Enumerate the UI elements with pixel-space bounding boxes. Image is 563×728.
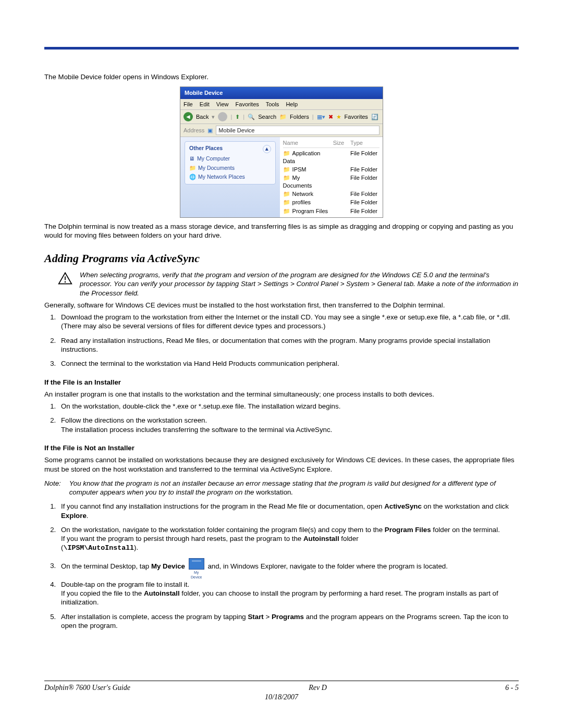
subheading-installer: If the File is an Installer — [44, 378, 519, 387]
footer-left: Dolphin® 7600 User's Guide — [44, 683, 130, 693]
menu-favorites[interactable]: Favorites — [236, 101, 259, 107]
sync-icon[interactable]: 🔄 — [371, 113, 378, 120]
back-icon[interactable]: ◄ — [183, 112, 193, 121]
col-type[interactable]: Type — [350, 139, 380, 146]
toolbar: ◄ Back ▾ | ⬆ | 🔍 Search 📁 Folders | ▦▾ ✖… — [180, 110, 383, 124]
file-row[interactable]: 📁Application DataFile Folder — [283, 149, 380, 165]
footer-date: 10/18/2007 — [44, 693, 519, 702]
side-my-documents[interactable]: 📁My Documents — [189, 165, 271, 172]
side-my-network[interactable]: 🌐My Network Places — [189, 174, 271, 181]
page-footer: Dolphin® 7600 User's Guide Rev D 6 - 5 1… — [44, 681, 519, 702]
footer-center: Rev D — [130, 683, 505, 693]
file-list: Name Size Type 📁Application DataFile Fol… — [280, 137, 383, 217]
svg-point-1 — [65, 281, 66, 283]
menu-tools[interactable]: Tools — [266, 101, 279, 107]
subheading-not-installer: If the File is Not an Installer — [44, 443, 519, 452]
address-label: Address — [183, 127, 204, 134]
col-name[interactable]: Name — [283, 139, 330, 146]
explorer-screenshot: Mobile Device File Edit View Favorites T… — [180, 87, 383, 218]
back-button[interactable]: Back — [196, 113, 209, 120]
collapse-icon[interactable]: ▴ — [263, 145, 271, 153]
steps-b: On the workstation, double-click the *.e… — [44, 402, 519, 434]
my-device-icon: My Device — [188, 558, 205, 575]
warning-icon — [58, 272, 72, 285]
folders-button[interactable]: Folders — [290, 113, 309, 120]
search-button[interactable]: Search — [258, 113, 276, 120]
section-heading: Adding Programs via ActiveSync — [44, 251, 519, 266]
sub1-text: An installer program is one that install… — [44, 390, 519, 399]
steps-c: If you cannot find any installation inst… — [44, 502, 519, 630]
col-size[interactable]: Size — [329, 139, 350, 146]
step-c2: On the workstation, navigate to the work… — [58, 525, 519, 553]
views-icon[interactable]: ▦▾ — [317, 113, 325, 120]
step-a3: Connect the terminal to the workstation … — [58, 359, 519, 368]
warning-block: When selecting programs, verify that the… — [58, 270, 519, 298]
step-c1: If you cannot find any installation inst… — [58, 502, 519, 520]
menu-edit[interactable]: Edit — [200, 101, 210, 107]
step-b2: Follow the directions on the workstation… — [58, 416, 519, 434]
delete-icon[interactable]: ✖ — [328, 113, 333, 120]
step-b1: On the workstation, double-click the *.e… — [58, 402, 519, 411]
file-row[interactable]: 📁Program FilesFile Folder — [283, 207, 380, 215]
favorites-icon[interactable]: ★ — [336, 113, 341, 120]
step-a2: Read any installation instructions, Read… — [58, 336, 519, 354]
steps-a: Download the program to the workstation … — [44, 313, 519, 368]
warning-text: When selecting programs, verify that the… — [80, 270, 519, 298]
file-row[interactable]: 📁IPSMFile Folder — [283, 165, 380, 174]
tasks-pane: Other Places ▴ 🖥My Computer 📁My Document… — [180, 137, 280, 217]
step-a1: Download the program to the workstation … — [58, 313, 519, 331]
file-row[interactable]: 📁NetworkFile Folder — [283, 190, 380, 198]
footer-right: 6 - 5 — [505, 683, 519, 693]
device-icon: ▣ — [207, 127, 213, 134]
side-my-computer[interactable]: 🖥My Computer — [189, 155, 271, 163]
address-field[interactable]: Mobile Device — [216, 126, 380, 135]
header-rule — [44, 47, 519, 50]
menu-file[interactable]: File — [183, 101, 193, 107]
menu-help[interactable]: Help — [286, 101, 298, 107]
menu-view[interactable]: View — [216, 101, 229, 107]
step-c4: Double-tap on the program file to instal… — [58, 580, 519, 607]
forward-icon[interactable] — [218, 112, 227, 121]
favorites-button[interactable]: Favorites — [345, 113, 368, 120]
file-row[interactable]: 📁profilesFile Folder — [283, 198, 380, 206]
address-bar: Address ▣ Mobile Device — [180, 124, 383, 137]
menu-bar[interactable]: File Edit View Favorites Tools Help — [180, 99, 383, 110]
note-label: Note: — [44, 479, 67, 488]
generally-para: Generally, software for Windows CE devic… — [44, 301, 519, 310]
after-screenshot-para: The Dolphin terminal is now treated as a… — [44, 222, 519, 240]
intro-para: The Mobile Device folder opens in Window… — [44, 72, 519, 81]
note-block: Note: You know that the program is not a… — [44, 479, 519, 497]
other-places-header: Other Places — [189, 145, 223, 153]
search-icon[interactable]: 🔍 — [248, 113, 255, 120]
window-title: Mobile Device — [180, 87, 383, 98]
step-c3: On the terminal Desktop, tap My Device M… — [58, 558, 519, 575]
step-c5: After installation is complete, access t… — [58, 612, 519, 631]
up-icon[interactable]: ⬆ — [235, 113, 240, 120]
file-row[interactable]: 📁My DocumentsFile Folder — [283, 174, 380, 190]
sub2-text: Some programs cannot be installed on wor… — [44, 455, 519, 474]
folders-icon[interactable]: 📁 — [279, 113, 287, 120]
